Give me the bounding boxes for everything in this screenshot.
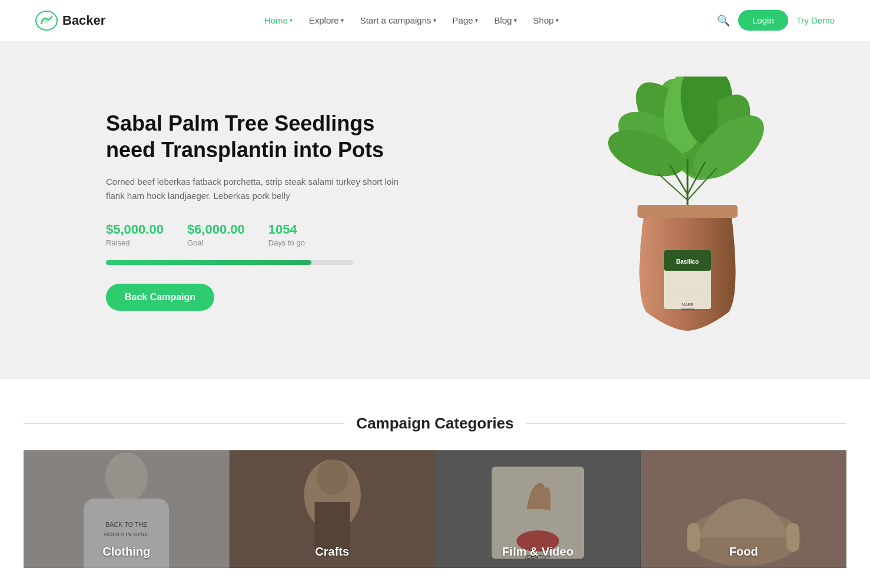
nav-links: Home ▾ Explore ▾ Start a campaigns ▾ Pag… [264, 15, 559, 25]
section-title: Campaign Categories [356, 414, 513, 433]
back-campaign-button[interactable]: Back Campaign [106, 284, 214, 311]
days-value: 1054 [268, 222, 305, 237]
hero-image: Basilico MARE TERRA [587, 77, 788, 344]
categories-grid: BACK TO THE ROOTS IN SYNC Clothing Craft… [24, 450, 846, 568]
nav-start-campaigns[interactable]: Start a campaigns ▾ [360, 15, 436, 25]
progress-fill [106, 260, 311, 265]
nav-page[interactable]: Page ▾ [453, 15, 478, 25]
nav-blog[interactable]: Blog ▾ [494, 15, 517, 25]
days-label: Days to go [268, 238, 305, 247]
logo[interactable]: Backer [35, 11, 105, 31]
category-clothing[interactable]: BACK TO THE ROOTS IN SYNC Clothing [24, 450, 230, 568]
nav-shop[interactable]: Shop ▾ [533, 15, 559, 25]
category-crafts[interactable]: Crafts [230, 450, 436, 568]
svg-text:MARE: MARE [682, 303, 694, 307]
plant-illustration: Basilico MARE TERRA [587, 77, 788, 341]
svg-text:Basilico: Basilico [676, 258, 699, 265]
search-icon[interactable]: 🔍 [717, 14, 730, 27]
svg-text:TERRA: TERRA [680, 307, 695, 311]
hero-title: Sabal Palm Tree Seedlings need Transplan… [106, 110, 412, 163]
logo-icon [35, 11, 58, 31]
goal-value: $6,000.00 [187, 222, 245, 237]
section-divider-right [526, 423, 846, 424]
categories-section: Campaign Categories BACK TO THE ROOTS IN… [0, 379, 870, 568]
stat-goal: $6,000.00 Goal [187, 222, 245, 247]
progress-bar [106, 260, 353, 265]
goal-label: Goal [187, 238, 245, 247]
section-title-wrap: Campaign Categories [24, 414, 846, 433]
hero-content: Sabal Palm Tree Seedlings need Transplan… [106, 110, 412, 311]
stat-raised: $5,000.00 Raised [106, 222, 164, 247]
section-divider-left [24, 423, 344, 424]
category-label-film: Film & Video [502, 545, 573, 559]
raised-label: Raised [106, 238, 164, 247]
chevron-down-icon: ▾ [475, 17, 478, 24]
chevron-down-icon: ▾ [514, 17, 517, 24]
svg-rect-16 [637, 205, 738, 218]
try-demo-button[interactable]: Try Demo [796, 15, 835, 25]
category-food[interactable]: Food [641, 450, 847, 568]
chevron-down-icon: ▾ [433, 17, 436, 24]
nav-home[interactable]: Home ▾ [264, 15, 293, 25]
login-button[interactable]: Login [738, 10, 788, 31]
chevron-down-icon: ▾ [290, 17, 293, 24]
category-film[interactable]: IDENTITY Film & Video [435, 450, 641, 568]
navbar: Backer Home ▾ Explore ▾ Start a campaign… [0, 0, 870, 41]
chevron-down-icon: ▾ [556, 17, 559, 24]
hero-stats: $5,000.00 Raised $6,000.00 Goal 1054 Day… [106, 222, 412, 247]
category-label-crafts: Crafts [315, 545, 349, 559]
category-label-clothing: Clothing [102, 545, 150, 559]
chevron-down-icon: ▾ [341, 17, 344, 24]
nav-actions: 🔍 Login Try Demo [717, 10, 835, 31]
stat-days: 1054 Days to go [268, 222, 305, 247]
category-label-food: Food [729, 545, 758, 559]
hero-section: Sabal Palm Tree Seedlings need Transplan… [0, 41, 870, 379]
hero-description: Corned beef leberkas fatback porchetta, … [106, 175, 412, 203]
svg-point-1 [44, 18, 49, 23]
raised-value: $5,000.00 [106, 222, 164, 237]
nav-explore[interactable]: Explore ▾ [309, 15, 344, 25]
logo-text: Backer [62, 13, 105, 28]
